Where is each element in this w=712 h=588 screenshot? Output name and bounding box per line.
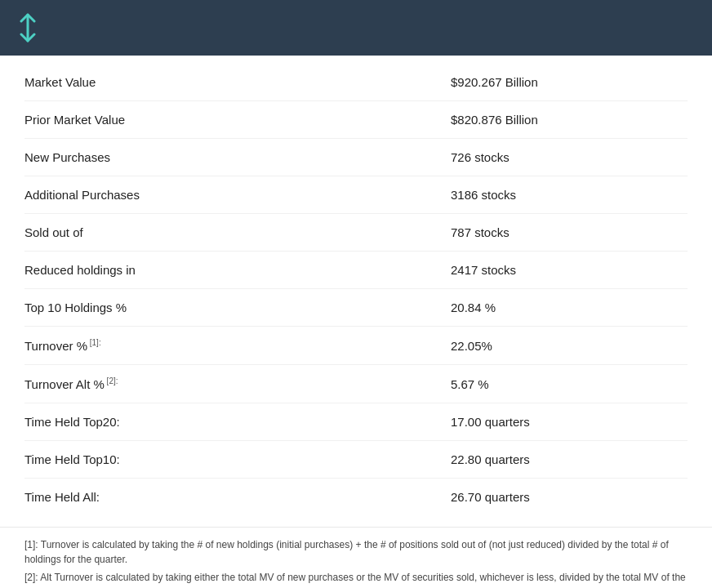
value-time-held-all: 26.70 quarters — [443, 490, 688, 504]
label-top10-holdings: Top 10 Holdings % — [24, 301, 443, 314]
value-sold-out-of: 787 stocks — [443, 225, 688, 239]
value-turnover-alt-pct: 5.67 % — [443, 377, 688, 391]
fn2: [2]: Alt Turnover is calculated by takin… — [24, 570, 688, 588]
row-time-held-all: Time Held All:26.70 quarters — [24, 479, 688, 515]
content-area: Market Value$920.267 BillionPrior Market… — [0, 56, 712, 523]
value-reduced-holdings: 2417 stocks — [443, 263, 688, 277]
value-market-value: $920.267 Billion — [443, 75, 688, 89]
row-time-held-top20: Time Held Top20:17.00 quarters — [24, 403, 688, 441]
activity-icon — [16, 13, 39, 42]
label-time-held-top10: Time Held Top10: — [24, 452, 443, 466]
value-time-held-top10: 22.80 quarters — [443, 452, 688, 466]
row-turnover-pct: Turnover % [1]:22.05% — [24, 327, 688, 365]
row-new-purchases: New Purchases726 stocks — [24, 139, 688, 176]
row-reduced-holdings: Reduced holdings in2417 stocks — [24, 252, 688, 289]
label-additional-purchases: Additional Purchases — [24, 188, 443, 202]
value-turnover-pct: 22.05% — [443, 339, 688, 353]
label-time-held-all: Time Held All: — [24, 490, 443, 504]
value-additional-purchases: 3186 stocks — [443, 188, 688, 202]
label-sold-out-of: Sold out of — [24, 225, 443, 239]
label-reduced-holdings: Reduced holdings in — [24, 263, 443, 277]
row-sold-out-of: Sold out of787 stocks — [24, 214, 688, 252]
row-additional-purchases: Additional Purchases3186 stocks — [24, 176, 688, 214]
label-time-held-top20: Time Held Top20: — [24, 415, 443, 429]
value-time-held-top20: 17.00 quarters — [443, 415, 688, 429]
row-market-value: Market Value$920.267 Billion — [24, 64, 688, 101]
row-turnover-alt-pct: Turnover Alt % [2]:5.67 % — [24, 365, 688, 403]
row-time-held-top10: Time Held Top10:22.80 quarters — [24, 441, 688, 479]
label-turnover-pct: Turnover % [1]: — [24, 338, 443, 353]
label-new-purchases: New Purchases — [24, 150, 443, 164]
value-new-purchases: 726 stocks — [443, 150, 688, 164]
value-prior-market-value: $820.876 Billion — [443, 113, 688, 127]
label-market-value: Market Value — [24, 75, 443, 89]
row-prior-market-value: Prior Market Value$820.876 Billion — [24, 101, 688, 139]
label-turnover-alt-pct: Turnover Alt % [2]: — [24, 376, 443, 391]
page-header — [0, 0, 712, 56]
row-top10-holdings: Top 10 Holdings %20.84 % — [24, 289, 688, 327]
value-top10-holdings: 20.84 % — [443, 301, 688, 314]
label-prior-market-value: Prior Market Value — [24, 113, 443, 127]
fn1: [1]: Turnover is calculated by taking th… — [24, 537, 688, 567]
footnotes-area: [1]: Turnover is calculated by taking th… — [0, 527, 712, 588]
